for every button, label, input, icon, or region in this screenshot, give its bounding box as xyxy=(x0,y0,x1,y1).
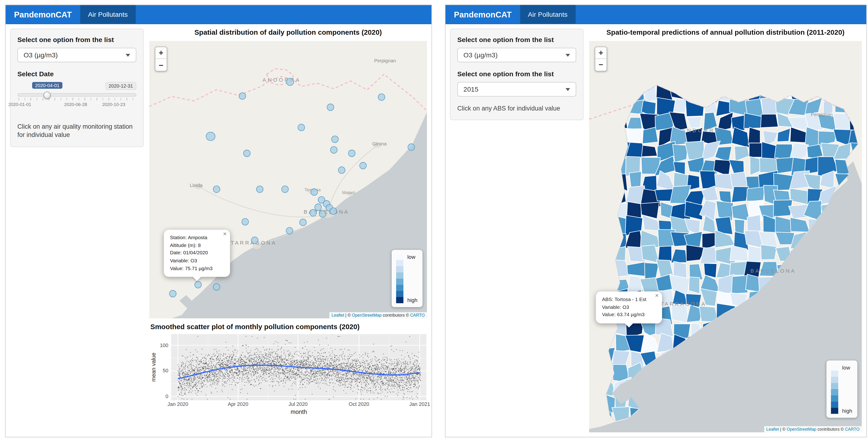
station-marker[interactable] xyxy=(330,146,337,153)
chevron-down-icon xyxy=(565,88,570,91)
right-app-window: PandemonCAT Air Pollutants Select one op… xyxy=(445,4,867,438)
leaflet-link[interactable]: Leaflet xyxy=(332,313,344,318)
station-marker[interactable] xyxy=(213,185,220,193)
station-popup: × Station: AmpostaAltitude (m): 8Date: 0… xyxy=(164,230,230,277)
zoom-out-button[interactable]: − xyxy=(155,59,167,71)
station-marker[interactable] xyxy=(286,78,294,86)
map-title-left: Spatial distribution of daily pollution … xyxy=(149,29,427,39)
station-marker[interactable] xyxy=(310,188,318,196)
sidebar-right: Select one option from the list O3 (µg/m… xyxy=(450,29,584,120)
legend-low-label: low xyxy=(842,364,852,371)
station-marker[interactable] xyxy=(327,104,334,111)
y-tick-label: 100 xyxy=(160,343,168,348)
pollutant-select[interactable]: O3 (µg/m3) xyxy=(18,48,136,62)
tab-air-pollutants[interactable]: Air Pollutants xyxy=(80,5,136,23)
map-title-right: Spatio-temporal predictions of annual po… xyxy=(589,29,862,39)
station-marker[interactable] xyxy=(286,227,293,234)
year-select[interactable]: 2015 xyxy=(457,82,576,96)
content-left: Select one option from the list O3 (µg/m… xyxy=(6,24,432,437)
station-marker[interactable] xyxy=(310,209,317,216)
station-marker[interactable] xyxy=(169,290,177,297)
station-marker[interactable] xyxy=(239,92,246,100)
popup-close-icon[interactable]: × xyxy=(223,231,226,237)
x-tick-label: Jan 2020 xyxy=(167,402,188,407)
slider-grid-label: 2020-06-28 xyxy=(64,102,87,107)
station-marker[interactable] xyxy=(194,281,202,288)
basemap-right xyxy=(589,41,862,433)
slider-handle[interactable] xyxy=(44,92,51,99)
zoom-in-button[interactable]: + xyxy=(595,47,607,59)
x-tick-label: Jul 2020 xyxy=(288,402,308,407)
station-marker[interactable] xyxy=(299,218,307,226)
chevron-down-icon xyxy=(565,54,570,56)
station-marker[interactable] xyxy=(329,208,337,215)
station-marker[interactable] xyxy=(298,124,305,131)
sidebar-left: Select one option from the list O3 (µg/m… xyxy=(10,29,144,147)
osm-link[interactable]: OpenStreetMap xyxy=(352,313,381,318)
plot-title: Smoothed scatter plot of monthly polluti… xyxy=(150,323,427,330)
stage: PandemonCAT Air Pollutants Select one op… xyxy=(0,0,868,442)
legend-swatch xyxy=(831,395,838,402)
scatter-canvas xyxy=(171,334,426,401)
pollutant-select-label: Select one option from the list xyxy=(18,36,136,44)
station-marker[interactable] xyxy=(338,167,345,174)
date-slider-label: Select Date xyxy=(18,70,136,78)
legend-swatch xyxy=(396,260,403,266)
station-marker[interactable] xyxy=(206,132,215,141)
app-brand[interactable]: PandemonCAT xyxy=(445,5,520,23)
station-marker[interactable] xyxy=(243,149,251,157)
station-marker[interactable] xyxy=(314,204,322,211)
station-marker[interactable] xyxy=(331,136,338,143)
station-marker[interactable] xyxy=(281,185,289,193)
popup-line: Value: 75.71 µg/m3 xyxy=(170,265,221,272)
station-marker[interactable] xyxy=(256,185,264,193)
station-marker[interactable] xyxy=(378,93,385,100)
station-marker[interactable] xyxy=(319,210,326,218)
legend-swatch xyxy=(831,377,838,383)
station-marker[interactable] xyxy=(213,283,220,290)
map-legend: low high xyxy=(827,360,857,418)
legend-high-label: high xyxy=(842,408,852,414)
y-tick-label: 50 xyxy=(163,368,168,374)
legend-swatch xyxy=(831,383,838,389)
slider-grid-label: 2020-01-01 xyxy=(8,102,31,107)
abs-choropleth-map[interactable]: PerpignanANDORRABARCELONATARRAGONA + − ×… xyxy=(589,41,862,433)
station-marker[interactable] xyxy=(359,162,366,170)
slider-track[interactable] xyxy=(18,93,136,96)
x-axis-ticks: Jan 2020Apr 2020Jul 2020Oct 2020Jan 2021 xyxy=(171,401,426,408)
station-marker[interactable] xyxy=(251,237,258,244)
slider-value-badge: 2020-04-01 xyxy=(32,82,62,89)
zoom-in-button[interactable]: + xyxy=(155,47,167,59)
slider-grid-label: 2020-10-23 xyxy=(102,102,125,107)
carto-link[interactable]: CARTO xyxy=(845,426,860,432)
legend-color-ramp xyxy=(831,364,838,414)
leaflet-link[interactable]: Leaflet xyxy=(766,426,779,432)
carto-link[interactable]: CARTO xyxy=(410,313,425,318)
attribution-text: contributors © xyxy=(816,426,845,432)
osm-link[interactable]: OpenStreetMap xyxy=(786,426,816,432)
app-brand[interactable]: PandemonCAT xyxy=(6,5,80,23)
y-axis-ticks: 050100 xyxy=(158,334,171,401)
station-map[interactable]: PerpignanANDORRAGironaLleidaTerrassaMata… xyxy=(149,41,427,319)
attribution-text: | © xyxy=(779,426,787,432)
scatter-plot: mean value 050100 Jan 2020Apr 2020Jul 20… xyxy=(149,334,427,415)
zoom-out-button[interactable]: − xyxy=(595,59,607,71)
attribution-text: contributors © xyxy=(381,313,410,318)
station-marker[interactable] xyxy=(408,143,415,151)
navbar-left: PandemonCAT Air Pollutants xyxy=(6,5,432,24)
legend-swatch xyxy=(396,285,403,291)
popup-close-icon[interactable]: × xyxy=(655,293,659,299)
popup-line: Variable: O3 xyxy=(170,257,221,265)
station-marker[interactable] xyxy=(348,149,355,157)
legend-swatch xyxy=(831,364,838,371)
tab-air-pollutants[interactable]: Air Pollutants xyxy=(520,5,576,23)
legend-swatch xyxy=(831,408,838,414)
pollutant-select[interactable]: O3 (µg/m3) xyxy=(457,48,576,62)
station-marker[interactable] xyxy=(242,218,249,226)
date-slider[interactable]: 2020-04-01 2020-12-31 2020-01-012020-06-… xyxy=(18,82,136,115)
popup-line: ABS: Tortosa - 1 Est xyxy=(602,296,653,303)
zoom-control: + − xyxy=(155,47,167,71)
legend-swatch xyxy=(396,278,403,285)
main-left: Spatial distribution of daily pollution … xyxy=(149,29,427,432)
zoom-control: + − xyxy=(595,47,607,71)
